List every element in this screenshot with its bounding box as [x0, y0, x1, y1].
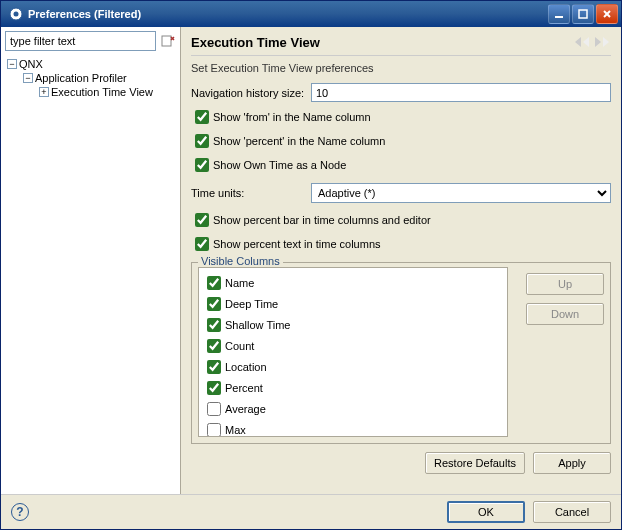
down-button[interactable]: Down: [526, 303, 604, 325]
column-checkbox[interactable]: [207, 381, 221, 395]
column-item[interactable]: Name: [203, 273, 503, 293]
nav-history-input[interactable]: [311, 83, 611, 102]
column-item[interactable]: Deep Time: [203, 294, 503, 314]
collapse-icon[interactable]: −: [23, 73, 33, 83]
column-item[interactable]: Location: [203, 357, 503, 377]
svg-point-1: [14, 12, 19, 17]
column-checkbox[interactable]: [207, 402, 221, 416]
cb-show-from[interactable]: [195, 110, 209, 124]
minimize-button[interactable]: [548, 4, 570, 24]
cb-percent-bar[interactable]: [195, 213, 209, 227]
nav-history-label: Navigation history size:: [191, 87, 311, 99]
column-item[interactable]: Count: [203, 336, 503, 356]
column-item[interactable]: Average: [203, 399, 503, 419]
column-checkbox[interactable]: [207, 423, 221, 437]
column-label: Deep Time: [225, 298, 278, 310]
time-units-select[interactable]: Adaptive (*): [311, 183, 611, 203]
close-button[interactable]: [596, 4, 618, 24]
column-label: Name: [225, 277, 254, 289]
column-item[interactable]: Shallow Time: [203, 315, 503, 335]
titlebar: Preferences (Filtered): [1, 1, 621, 27]
back-icon[interactable]: [573, 33, 591, 51]
nav-tree: − QNX − Application Profiler + Execution…: [5, 55, 176, 101]
footer: ? OK Cancel: [1, 495, 621, 529]
column-item[interactable]: Percent: [203, 378, 503, 398]
expand-icon[interactable]: +: [39, 87, 49, 97]
page-title: Execution Time View: [191, 35, 571, 50]
svg-rect-6: [162, 36, 171, 46]
restore-defaults-button[interactable]: Restore Defaults: [425, 452, 525, 474]
cb-label: Show 'from' in the Name column: [213, 111, 371, 123]
window-buttons: [548, 4, 618, 24]
column-label: Max: [225, 424, 246, 436]
app-icon: [8, 6, 24, 22]
column-checkbox[interactable]: [207, 360, 221, 374]
visible-columns-legend: Visible Columns: [198, 255, 283, 267]
column-item[interactable]: Max: [203, 420, 503, 437]
page-description: Set Execution Time View preferences: [191, 62, 611, 74]
column-label: Average: [225, 403, 266, 415]
left-pane: − QNX − Application Profiler + Execution…: [1, 27, 181, 494]
cb-percent-text[interactable]: [195, 237, 209, 251]
column-checkbox[interactable]: [207, 318, 221, 332]
help-icon[interactable]: ?: [11, 503, 29, 521]
cb-label: Show percent text in time columns: [213, 238, 381, 250]
cb-label: Show percent bar in time columns and edi…: [213, 214, 431, 226]
clear-filter-icon[interactable]: [160, 33, 176, 49]
tree-node-qnx[interactable]: − QNX: [7, 57, 174, 71]
filter-input[interactable]: [5, 31, 156, 51]
column-checkbox[interactable]: [207, 276, 221, 290]
cb-show-own-time[interactable]: [195, 158, 209, 172]
tree-label: QNX: [19, 58, 43, 70]
column-label: Count: [225, 340, 254, 352]
cb-label: Show Own Time as a Node: [213, 159, 346, 171]
preferences-window: Preferences (Filtered) − QNX: [0, 0, 622, 530]
column-label: Shallow Time: [225, 319, 290, 331]
up-button[interactable]: Up: [526, 273, 604, 295]
cb-show-percent-name[interactable]: [195, 134, 209, 148]
svg-rect-3: [579, 10, 587, 18]
svg-rect-2: [555, 16, 563, 18]
tree-node-exec-time[interactable]: + Execution Time View: [7, 85, 174, 99]
time-units-label: Time units:: [191, 187, 311, 199]
visible-columns-group: Visible Columns NameDeep TimeShallow Tim…: [191, 262, 611, 444]
column-checkbox[interactable]: [207, 339, 221, 353]
columns-list[interactable]: NameDeep TimeShallow TimeCountLocationPe…: [198, 267, 508, 437]
tree-label: Application Profiler: [35, 72, 127, 84]
column-checkbox[interactable]: [207, 297, 221, 311]
tree-label: Execution Time View: [51, 86, 153, 98]
collapse-icon[interactable]: −: [7, 59, 17, 69]
maximize-button[interactable]: [572, 4, 594, 24]
column-label: Location: [225, 361, 267, 373]
ok-button[interactable]: OK: [447, 501, 525, 523]
cancel-button[interactable]: Cancel: [533, 501, 611, 523]
tree-node-profiler[interactable]: − Application Profiler: [7, 71, 174, 85]
column-label: Percent: [225, 382, 263, 394]
window-title: Preferences (Filtered): [28, 8, 548, 20]
right-pane: Execution Time View Set Execution Time V…: [181, 27, 621, 494]
forward-icon[interactable]: [593, 33, 611, 51]
cb-label: Show 'percent' in the Name column: [213, 135, 385, 147]
apply-button[interactable]: Apply: [533, 452, 611, 474]
